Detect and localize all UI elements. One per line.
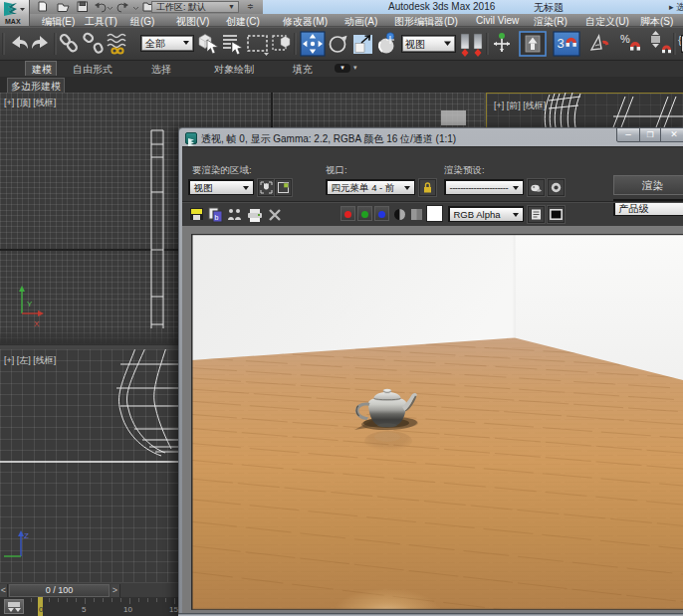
- svg-text:b: b: [215, 214, 219, 221]
- svg-text:MAX: MAX: [5, 18, 21, 25]
- svg-text:3: 3: [558, 36, 565, 51]
- svg-text:Z: Z: [24, 531, 29, 540]
- svg-text:5: 5: [82, 605, 87, 614]
- svg-text:视图: 视图: [405, 39, 425, 50]
- svg-text:%: %: [620, 33, 630, 45]
- svg-text:0: 0: [39, 605, 44, 614]
- svg-text:全部: 全部: [144, 38, 165, 49]
- svg-text:Y: Y: [27, 300, 33, 308]
- svg-text:X: X: [34, 319, 40, 328]
- svg-text:10: 10: [123, 605, 132, 614]
